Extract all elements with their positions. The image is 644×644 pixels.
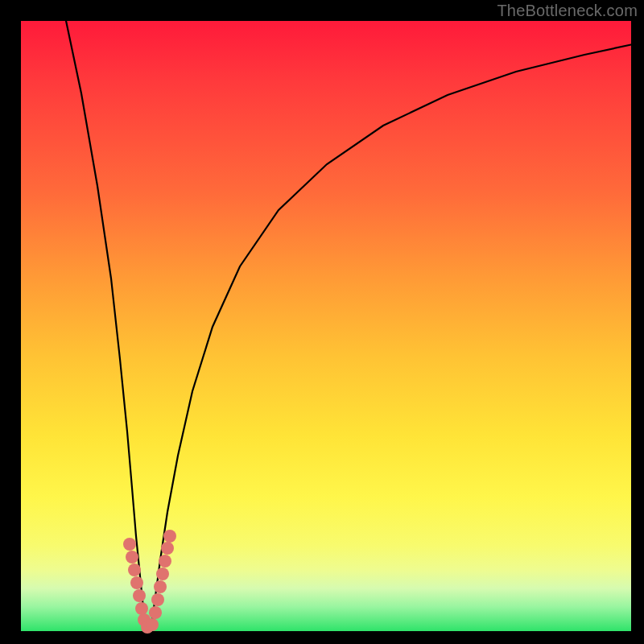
- marker-dot: [126, 551, 138, 564]
- plot-area: [21, 21, 631, 631]
- curve-left-branch: [65, 17, 148, 630]
- watermark-text: TheBottleneck.com: [497, 2, 638, 20]
- marker-dot: [135, 602, 148, 615]
- marker-dot: [163, 530, 176, 543]
- marker-dot: [130, 576, 143, 589]
- marker-dot: [133, 589, 146, 602]
- marker-dot: [128, 564, 141, 576]
- marker-dot: [156, 568, 169, 580]
- marker-dot: [146, 618, 159, 631]
- marker-dot: [159, 555, 171, 568]
- marker-group: [123, 530, 176, 634]
- marker-dot: [151, 593, 164, 606]
- marker-dot: [149, 606, 162, 619]
- chart-svg: [21, 21, 631, 631]
- chart-frame: TheBottleneck.com: [0, 0, 644, 644]
- marker-dot: [123, 538, 136, 551]
- marker-dot: [161, 542, 174, 555]
- marker-dot: [154, 580, 167, 593]
- curve-right-branch: [148, 43, 637, 630]
